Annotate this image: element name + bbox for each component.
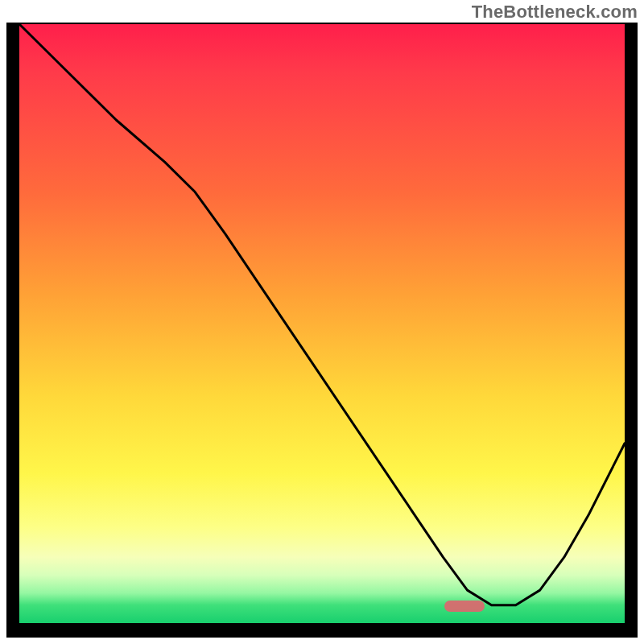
optimal-range-marker [444,601,485,612]
chart-frame [6,23,638,638]
bottleneck-curve-path [19,24,625,605]
chart-gradient-background [19,24,625,623]
chart-line-svg [19,24,625,623]
watermark-text: TheBottleneck.com [472,2,638,23]
